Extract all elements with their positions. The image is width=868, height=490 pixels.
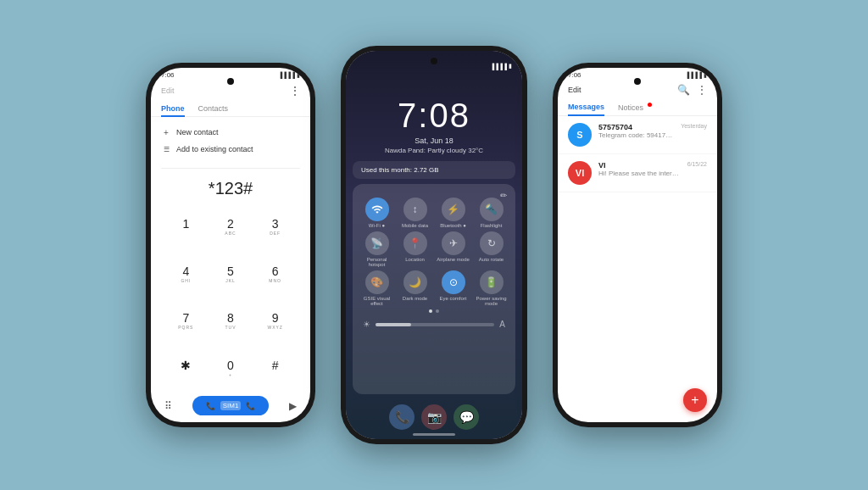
- flashlight-tile[interactable]: 🔦 Flashlight: [474, 198, 509, 228]
- power-saving-tile[interactable]: 🔋 Power saving mode: [474, 270, 509, 306]
- home-indicator: [413, 433, 455, 436]
- mobile-data-icon: ↕: [403, 198, 427, 221]
- dial-key-star[interactable]: ✱: [164, 345, 208, 391]
- dialed-number: *123#: [151, 172, 310, 203]
- tab-contacts[interactable]: Contacts: [198, 101, 229, 116]
- list-item[interactable]: S 57575704 Telegram code: 59417 You can …: [558, 116, 717, 154]
- divider: [161, 168, 300, 169]
- dock-icon-1[interactable]: 📞: [389, 404, 415, 430]
- lock-time: 7:08: [346, 97, 522, 135]
- weather-info: Nawda Pand: Partly cloudy 32°C: [346, 147, 522, 154]
- search-icon-3[interactable]: 🔍: [677, 84, 690, 96]
- camera-punch-hole: [227, 78, 234, 85]
- more-options-icon[interactable]: ⋮: [289, 84, 300, 97]
- new-contact-item[interactable]: + New contact: [161, 124, 300, 141]
- dial-key-4[interactable]: 4 GHI: [164, 251, 208, 297]
- dial-key-5[interactable]: 5 JKL: [209, 251, 253, 297]
- signal-icon-3: ▐▐▐▐: [685, 72, 702, 78]
- notices-badge: [648, 103, 652, 107]
- phone-2: ▐▐▐▐ ▮ 7:08 Sat, Jun 18 Nawda Pand: Part…: [341, 46, 527, 444]
- bluetooth-icon: ⚡: [442, 198, 465, 221]
- quick-tiles-row1: Wi-Fi ● ↕ Mobile data ⚡ Bluetooth ● 🔦 Fl…: [359, 198, 509, 228]
- mobile-data-tile[interactable]: ↕ Mobile data: [398, 198, 432, 228]
- phone-2-content: ▐▐▐▐ ▮ 7:08 Sat, Jun 18 Nawda Pand: Part…: [346, 51, 522, 439]
- status-time-3: 7:06: [568, 71, 581, 79]
- tab-notices[interactable]: Notices: [618, 99, 652, 115]
- more-options-icon-3[interactable]: ⋮: [697, 84, 707, 96]
- brightness-control: ☀ A: [359, 320, 509, 329]
- phone-3-content: 7:06 ▐▐▐▐ ▮ Edit 🔍 ⋮ Messages: [558, 68, 717, 422]
- message-body-2: VI Hi! Please save the internet settings…: [598, 161, 681, 177]
- compose-fab[interactable]: +: [683, 388, 707, 412]
- airplane-tile[interactable]: ✈ Airplane mode: [436, 231, 470, 267]
- dial-key-7[interactable]: 7 PQRS: [164, 298, 208, 344]
- dial-key-8[interactable]: 8 TUV: [209, 298, 253, 344]
- dial-key-1[interactable]: 1: [164, 203, 208, 249]
- tab-messages[interactable]: Messages: [568, 99, 604, 115]
- dial-key-2[interactable]: 2 ABC: [209, 203, 253, 249]
- sender-name-2: VI: [598, 161, 681, 170]
- flashlight-icon: 🔦: [480, 198, 504, 221]
- brightness-track[interactable]: [376, 323, 494, 326]
- hotspot-tile[interactable]: 📡 Personal hotspot: [359, 231, 394, 267]
- phone-1: 7:06 ▐▐▐▐ ▮ Edit ⋮ Phone Contacts: [146, 63, 315, 427]
- avatar-1: S: [568, 123, 592, 147]
- wifi-tile[interactable]: Wi-Fi ●: [359, 198, 394, 228]
- message-time-1: Yesterday: [681, 123, 707, 129]
- phone-menu: + New contact ☰ Add to existing contact: [151, 117, 310, 164]
- message-body-1: 57575704 Telegram code: 59417 You can al…: [598, 123, 674, 139]
- dial-key-6[interactable]: 6 MNO: [253, 251, 297, 297]
- dial-key-hash[interactable]: #: [253, 345, 297, 391]
- list-item[interactable]: VI VI Hi! Please save the internet setti…: [558, 154, 717, 192]
- add-existing-contact-item[interactable]: ☰ Add to existing contact: [161, 141, 300, 158]
- message-time-2: 6/15/22: [687, 161, 707, 167]
- dock-icon-2[interactable]: 📷: [421, 404, 447, 430]
- header-icons-3: 🔍 ⋮: [677, 84, 707, 96]
- phone-2-dock: 📞 📷 💬: [346, 399, 522, 433]
- sim-label: SIM1: [220, 401, 242, 410]
- rotate-tile[interactable]: ↻ Auto rotate: [474, 231, 509, 267]
- gsie-tile[interactable]: 🎨 GSIE visual effect: [359, 270, 394, 306]
- quick-tiles-row2: 📡 Personal hotspot 📍 Location ✈ Airplane…: [359, 231, 509, 267]
- quick-tiles-row3: 🎨 GSIE visual effect 🌙 Dark mode ⊙ Eye c…: [359, 270, 509, 306]
- eye-comfort-icon: ⊙: [442, 270, 465, 294]
- phone-1-content: 7:06 ▐▐▐▐ ▮ Edit ⋮ Phone Contacts: [151, 68, 310, 422]
- call-button[interactable]: 📞 SIM1 📞: [192, 396, 270, 415]
- phone-tabs: Phone Contacts: [151, 101, 310, 117]
- panel-page-dots: [359, 309, 509, 313]
- dial-key-0[interactable]: 0 +: [209, 345, 253, 391]
- location-tile[interactable]: 📍 Location: [398, 231, 432, 267]
- plus-icon: +: [161, 127, 171, 137]
- dot-2: [436, 309, 439, 313]
- lock-date: Sat, Jun 18: [346, 136, 522, 145]
- edit-button-3[interactable]: Edit: [568, 86, 581, 94]
- message-preview-2: Hi! Please save the internet settings se…: [598, 170, 681, 177]
- phone-2-screen: ▐▐▐▐ ▮ 7:08 Sat, Jun 18 Nawda Pand: Part…: [346, 51, 522, 439]
- voicemail-icon[interactable]: ⠿: [164, 400, 172, 412]
- hotspot-icon: 📡: [365, 231, 389, 255]
- phone-icon-2: 📞: [246, 402, 255, 410]
- messages-list: S 57575704 Telegram code: 59417 You can …: [558, 116, 717, 422]
- eye-comfort-tile[interactable]: ⊙ Eye comfort: [436, 270, 470, 306]
- status-icons-3: ▐▐▐▐ ▮: [685, 72, 707, 79]
- battery-icon: ▮: [297, 72, 300, 79]
- status-icons-right: ▐▐▐▐ ▮: [490, 63, 512, 70]
- avatar-2: VI: [568, 161, 592, 185]
- dark-mode-tile[interactable]: 🌙 Dark mode: [398, 270, 432, 306]
- dock-icon-3[interactable]: 💬: [453, 404, 479, 430]
- power-saving-icon: 🔋: [480, 270, 504, 294]
- wifi-icon: [365, 198, 389, 221]
- phone-3: 7:06 ▐▐▐▐ ▮ Edit 🔍 ⋮ Messages: [553, 63, 722, 427]
- video-icon[interactable]: ▶: [289, 400, 297, 412]
- airplane-icon: ✈: [442, 231, 465, 255]
- camera-punch-hole-2: [431, 58, 437, 64]
- bluetooth-tile[interactable]: ⚡ Bluetooth ●: [436, 198, 470, 228]
- dialpad: 1 2 ABC 3 DEF 4 GHI 5 JKL: [151, 203, 310, 391]
- dial-key-9[interactable]: 9 WXYZ: [253, 298, 297, 344]
- contact-card-icon: ☰: [161, 144, 171, 154]
- edit-label[interactable]: Edit: [161, 86, 175, 95]
- tab-phone[interactable]: Phone: [161, 101, 185, 116]
- dial-key-3[interactable]: 3 DEF: [253, 203, 297, 249]
- edit-panel-icon[interactable]: ✏: [500, 191, 507, 200]
- phone-3-screen: 7:06 ▐▐▐▐ ▮ Edit 🔍 ⋮ Messages: [558, 68, 717, 422]
